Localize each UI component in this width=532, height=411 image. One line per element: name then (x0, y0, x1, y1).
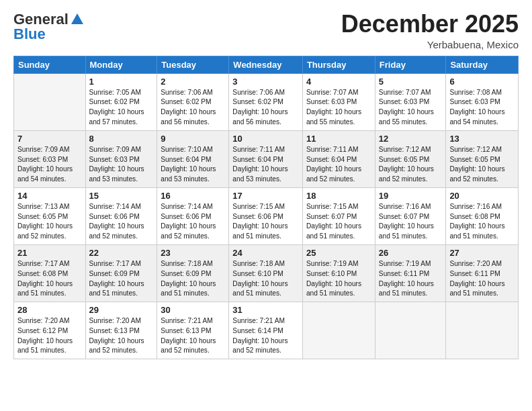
day-info: Sunrise: 7:13 AMSunset: 6:05 PMDaylight:… (17, 202, 82, 242)
day-number: 30 (161, 305, 225, 315)
calendar-cell: 20Sunrise: 7:16 AMSunset: 6:08 PMDayligh… (446, 187, 519, 244)
calendar-cell: 7Sunrise: 7:09 AMSunset: 6:03 PMDaylight… (14, 130, 86, 187)
day-number: 17 (232, 191, 299, 201)
day-info: Sunrise: 7:09 AMSunset: 6:03 PMDaylight:… (17, 145, 82, 185)
calendar-cell: 23Sunrise: 7:18 AMSunset: 6:09 PMDayligh… (157, 244, 229, 302)
calendar-cell: 17Sunrise: 7:15 AMSunset: 6:06 PMDayligh… (229, 187, 303, 244)
day-number: 21 (17, 248, 82, 258)
day-info: Sunrise: 7:20 AMSunset: 6:12 PMDaylight:… (17, 316, 82, 356)
calendar-cell: 24Sunrise: 7:18 AMSunset: 6:10 PMDayligh… (229, 244, 303, 302)
day-number: 27 (449, 248, 515, 258)
day-info: Sunrise: 7:05 AMSunset: 6:02 PMDaylight:… (89, 88, 154, 128)
col-header-tuesday: Tuesday (157, 56, 229, 73)
location: Yerbabuena, Mexico (341, 39, 519, 50)
calendar-cell: 9Sunrise: 7:10 AMSunset: 6:04 PMDaylight… (157, 130, 229, 187)
week-row-2: 7Sunrise: 7:09 AMSunset: 6:03 PMDaylight… (14, 130, 519, 187)
col-header-thursday: Thursday (302, 56, 375, 73)
day-number: 6 (449, 77, 515, 87)
col-header-friday: Friday (375, 56, 446, 73)
calendar-cell: 25Sunrise: 7:19 AMSunset: 6:10 PMDayligh… (302, 244, 375, 302)
calendar: SundayMondayTuesdayWednesdayThursdayFrid… (13, 56, 519, 360)
day-info: Sunrise: 7:18 AMSunset: 6:09 PMDaylight:… (161, 259, 225, 299)
logo: General Blue (13, 11, 85, 43)
day-info: Sunrise: 7:14 AMSunset: 6:06 PMDaylight:… (89, 202, 154, 242)
header: General Blue December 2025 Yerbabuena, M… (13, 11, 519, 50)
day-info: Sunrise: 7:16 AMSunset: 6:07 PMDaylight:… (379, 202, 443, 242)
calendar-cell: 27Sunrise: 7:20 AMSunset: 6:11 PMDayligh… (446, 244, 519, 302)
calendar-cell: 22Sunrise: 7:17 AMSunset: 6:09 PMDayligh… (85, 244, 157, 302)
week-row-3: 14Sunrise: 7:13 AMSunset: 6:05 PMDayligh… (14, 187, 519, 244)
title-block: December 2025 Yerbabuena, Mexico (341, 11, 519, 50)
calendar-cell (302, 302, 375, 359)
day-number: 16 (161, 191, 225, 201)
svg-marker-0 (71, 13, 83, 24)
calendar-cell: 3Sunrise: 7:06 AMSunset: 6:02 PMDaylight… (229, 73, 303, 130)
calendar-cell: 16Sunrise: 7:14 AMSunset: 6:06 PMDayligh… (157, 187, 229, 244)
day-info: Sunrise: 7:12 AMSunset: 6:05 PMDaylight:… (379, 145, 443, 185)
calendar-cell: 30Sunrise: 7:21 AMSunset: 6:13 PMDayligh… (157, 302, 229, 359)
day-info: Sunrise: 7:19 AMSunset: 6:11 PMDaylight:… (379, 259, 443, 299)
day-info: Sunrise: 7:15 AMSunset: 6:07 PMDaylight:… (306, 202, 371, 242)
calendar-cell: 14Sunrise: 7:13 AMSunset: 6:05 PMDayligh… (14, 187, 86, 244)
week-row-5: 28Sunrise: 7:20 AMSunset: 6:12 PMDayligh… (14, 302, 519, 359)
day-info: Sunrise: 7:11 AMSunset: 6:04 PMDaylight:… (306, 145, 371, 185)
calendar-cell: 18Sunrise: 7:15 AMSunset: 6:07 PMDayligh… (302, 187, 375, 244)
day-number: 11 (306, 134, 371, 144)
day-number: 29 (89, 305, 154, 315)
day-number: 1 (89, 77, 154, 87)
logo-icon (70, 12, 85, 27)
page: General Blue December 2025 Yerbabuena, M… (0, 0, 532, 411)
logo-blue: Blue (13, 26, 46, 43)
day-number: 2 (161, 77, 225, 87)
calendar-cell: 2Sunrise: 7:06 AMSunset: 6:02 PMDaylight… (157, 73, 229, 130)
calendar-cell: 19Sunrise: 7:16 AMSunset: 6:07 PMDayligh… (375, 187, 446, 244)
day-number: 8 (89, 134, 154, 144)
col-header-saturday: Saturday (446, 56, 519, 73)
day-info: Sunrise: 7:15 AMSunset: 6:06 PMDaylight:… (232, 202, 299, 242)
day-number: 20 (449, 191, 515, 201)
calendar-cell: 1Sunrise: 7:05 AMSunset: 6:02 PMDaylight… (85, 73, 157, 130)
day-info: Sunrise: 7:08 AMSunset: 6:03 PMDaylight:… (449, 88, 515, 128)
day-info: Sunrise: 7:20 AMSunset: 6:13 PMDaylight:… (89, 316, 154, 356)
calendar-cell: 4Sunrise: 7:07 AMSunset: 6:03 PMDaylight… (302, 73, 375, 130)
day-info: Sunrise: 7:06 AMSunset: 6:02 PMDaylight:… (161, 88, 225, 128)
day-info: Sunrise: 7:12 AMSunset: 6:05 PMDaylight:… (449, 145, 515, 185)
day-number: 23 (161, 248, 225, 258)
day-number: 3 (232, 77, 299, 87)
calendar-cell: 21Sunrise: 7:17 AMSunset: 6:08 PMDayligh… (14, 244, 86, 302)
day-number: 25 (306, 248, 371, 258)
calendar-cell: 26Sunrise: 7:19 AMSunset: 6:11 PMDayligh… (375, 244, 446, 302)
calendar-cell: 29Sunrise: 7:20 AMSunset: 6:13 PMDayligh… (85, 302, 157, 359)
calendar-cell (375, 302, 446, 359)
day-info: Sunrise: 7:07 AMSunset: 6:03 PMDaylight:… (379, 88, 443, 128)
day-number: 19 (379, 191, 443, 201)
week-row-4: 21Sunrise: 7:17 AMSunset: 6:08 PMDayligh… (14, 244, 519, 302)
calendar-cell: 15Sunrise: 7:14 AMSunset: 6:06 PMDayligh… (85, 187, 157, 244)
day-info: Sunrise: 7:17 AMSunset: 6:08 PMDaylight:… (17, 259, 82, 299)
calendar-cell: 13Sunrise: 7:12 AMSunset: 6:05 PMDayligh… (446, 130, 519, 187)
day-info: Sunrise: 7:17 AMSunset: 6:09 PMDaylight:… (89, 259, 154, 299)
col-header-monday: Monday (85, 56, 157, 73)
calendar-cell: 11Sunrise: 7:11 AMSunset: 6:04 PMDayligh… (302, 130, 375, 187)
day-number: 24 (232, 248, 299, 258)
day-info: Sunrise: 7:16 AMSunset: 6:08 PMDaylight:… (449, 202, 515, 242)
day-number: 26 (379, 248, 443, 258)
calendar-cell: 12Sunrise: 7:12 AMSunset: 6:05 PMDayligh… (375, 130, 446, 187)
day-info: Sunrise: 7:21 AMSunset: 6:13 PMDaylight:… (161, 316, 225, 356)
week-row-1: 1Sunrise: 7:05 AMSunset: 6:02 PMDaylight… (14, 73, 519, 130)
day-number: 10 (232, 134, 299, 144)
calendar-cell: 10Sunrise: 7:11 AMSunset: 6:04 PMDayligh… (229, 130, 303, 187)
day-info: Sunrise: 7:14 AMSunset: 6:06 PMDaylight:… (161, 202, 225, 242)
day-number: 9 (161, 134, 225, 144)
day-info: Sunrise: 7:07 AMSunset: 6:03 PMDaylight:… (306, 88, 371, 128)
month-title: December 2025 (341, 11, 519, 38)
day-info: Sunrise: 7:10 AMSunset: 6:04 PMDaylight:… (161, 145, 225, 185)
day-number: 4 (306, 77, 371, 87)
day-number: 7 (17, 134, 82, 144)
col-header-sunday: Sunday (14, 56, 86, 73)
day-info: Sunrise: 7:06 AMSunset: 6:02 PMDaylight:… (232, 88, 299, 128)
col-header-wednesday: Wednesday (229, 56, 303, 73)
day-number: 18 (306, 191, 371, 201)
calendar-cell: 6Sunrise: 7:08 AMSunset: 6:03 PMDaylight… (446, 73, 519, 130)
day-number: 14 (17, 191, 82, 201)
